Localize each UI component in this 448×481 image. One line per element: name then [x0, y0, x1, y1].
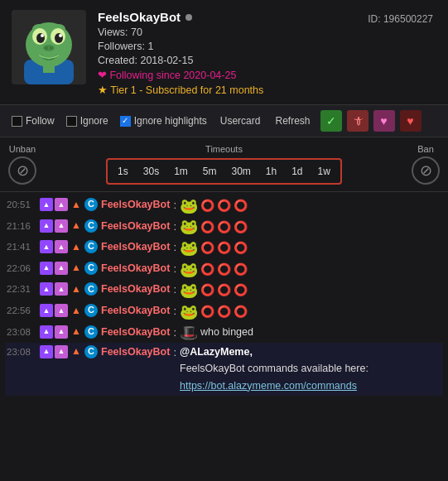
badge-c: C: [84, 304, 98, 317]
emote-circle2: ⭕: [217, 219, 231, 236]
timeout-5m[interactable]: 5m: [197, 163, 223, 180]
chat-link[interactable]: https://bot.alazymeme.com/commands: [180, 379, 357, 394]
chat-badges: ▲ ▲ ▲ C: [40, 240, 98, 253]
emote-circle1: ⭕: [200, 198, 214, 214]
chat-content: 🐸 ⭕ ⭕ ⭕: [180, 304, 248, 320]
timeout-1m[interactable]: 1m: [168, 163, 194, 180]
unban-section: Unban ⊘: [8, 144, 36, 185]
chat-username: FeelsOkayBot: [101, 198, 170, 213]
ban-icon-button[interactable]: ♥: [400, 110, 422, 132]
badge-tri: ▲: [70, 219, 83, 233]
emote-circle3: ⭕: [234, 198, 248, 214]
emote-circle2: ⭕: [217, 240, 231, 257]
profile-name: FeelsOkayBot: [98, 10, 263, 24]
badge-tri: ▲: [70, 198, 83, 211]
badge-tri: ▲: [70, 282, 83, 296]
ignore-highlights-label: Ignore highlights: [134, 115, 207, 127]
badge-tri: ▲: [70, 325, 83, 339]
emote-circle1: ⭕: [200, 304, 214, 320]
action-row: Unban ⊘ Timeouts 1s 30s 1m 5m 30m 1h 1d …: [0, 137, 448, 192]
ban-section: Ban ⊘: [412, 144, 440, 185]
timeout-30s[interactable]: 30s: [137, 163, 165, 180]
svg-point-12: [50, 46, 53, 50]
svg-rect-13: [43, 65, 55, 73]
badge-bits: ▲: [55, 262, 68, 275]
timeout-30m[interactable]: 30m: [225, 163, 256, 180]
chat-username: FeelsOkayBot: [101, 282, 170, 297]
emote-pepe: 🐸: [180, 262, 198, 277]
emote-circle1: ⭕: [200, 219, 214, 236]
emote-circle2: ⭕: [217, 304, 231, 320]
badge-sub: ▲: [40, 262, 53, 275]
chat-username: FeelsOkayBot: [101, 345, 170, 360]
follow-checkbox[interactable]: Follow: [8, 113, 58, 128]
timeout-1s[interactable]: 1s: [112, 163, 134, 180]
svg-point-11: [45, 46, 48, 50]
sword-icon-button[interactable]: 🗡: [347, 110, 369, 132]
follow-checkbox-box[interactable]: [12, 116, 22, 127]
emote-pepe: 🐸: [180, 199, 198, 214]
emote-circle3: ⭕: [234, 240, 248, 257]
timeout-1w[interactable]: 1w: [312, 163, 336, 180]
chat-username: FeelsOkayBot: [101, 219, 170, 234]
badge-sub: ▲: [40, 325, 53, 339]
emote-circle3: ⭕: [234, 219, 248, 236]
chat-content: 🎩 who binged: [180, 325, 253, 340]
ignore-checkbox[interactable]: Ignore: [63, 113, 112, 128]
chat-line: 21:16 ▲ ▲ ▲ C FeelsOkayBot : 🐸 ⭕ ⭕ ⭕: [5, 217, 443, 238]
chat-line: 23:08 ▲ ▲ ▲ C FeelsOkayBot : 🎩 who binge…: [5, 323, 443, 343]
emote-hat: 🎩: [180, 325, 198, 340]
chat-username: FeelsOkayBot: [101, 325, 170, 340]
badge-c: C: [84, 345, 98, 358]
chat-line: 22:56 ▲ ▲ ▲ C FeelsOkayBot : 🐸 ⭕ ⭕ ⭕: [5, 301, 443, 323]
timeouts-label: Timeouts: [205, 144, 243, 154]
emote-pepe: 🐸: [180, 219, 198, 234]
chat-log[interactable]: 20:51 ▲ ▲ ▲ C FeelsOkayBot : 🐸 ⭕ ⭕ ⭕ 21:…: [0, 192, 448, 399]
emote-pepe: 🐸: [180, 241, 198, 256]
chat-timestamp: 22:31: [7, 282, 36, 296]
heart-icon-button[interactable]: ♥: [373, 110, 395, 132]
chat-badges: ▲ ▲ ▲ C: [40, 198, 98, 211]
timeout-1h[interactable]: 1h: [260, 163, 282, 180]
badge-bits: ▲: [55, 282, 68, 296]
ignore-highlights-checkbox[interactable]: ✓ Ignore highlights: [117, 113, 210, 128]
ignore-checkbox-box[interactable]: [66, 116, 77, 127]
profile-following: ❤ Following since 2020-04-25: [98, 69, 263, 81]
emote-pepe: 🐸: [180, 305, 198, 320]
chat-timestamp: 21:41: [7, 240, 36, 253]
emote-pepe: 🐸: [180, 283, 198, 298]
chat-timestamp: 22:06: [7, 262, 36, 275]
badge-tri: ▲: [70, 345, 83, 358]
timeouts-section: Timeouts 1s 30s 1m 5m 30m 1h 1d 1w: [45, 144, 403, 185]
badge-tri: ▲: [70, 304, 83, 317]
chat-content: 🐸 ⭕ ⭕ ⭕: [180, 282, 248, 299]
ban-label: Ban: [417, 144, 434, 154]
ban-button[interactable]: ⊘: [412, 156, 440, 185]
emote-circle1: ⭕: [200, 240, 214, 257]
svg-point-8: [41, 34, 44, 37]
badge-bits: ▲: [55, 325, 68, 339]
badge-bits: ▲: [55, 198, 68, 211]
badge-tri: ▲: [70, 262, 83, 275]
profile-id: ID: 196500227: [368, 13, 433, 25]
ignore-highlights-checkbox-box[interactable]: ✓: [120, 116, 131, 127]
chat-content: 🐸 ⭕ ⭕ ⭕: [180, 262, 248, 278]
badge-sub: ▲: [40, 304, 53, 317]
badge-tri: ▲: [70, 240, 83, 253]
badge-sub: ▲: [40, 219, 53, 233]
emote-circle3: ⭕: [234, 304, 248, 320]
badge-bits: ▲: [55, 219, 68, 233]
emote-circle1: ⭕: [200, 282, 214, 299]
chat-badges: ▲ ▲ ▲ C: [40, 262, 98, 275]
refresh-button[interactable]: Refresh: [270, 113, 315, 128]
unban-button[interactable]: ⊘: [8, 156, 36, 185]
usercard-button[interactable]: Usercard: [215, 113, 266, 128]
badge-sub: ▲: [40, 345, 53, 358]
timeout-1d[interactable]: 1d: [286, 163, 308, 180]
approve-icon-button[interactable]: ✓: [320, 110, 342, 132]
chat-badges: ▲ ▲ ▲ C: [40, 219, 98, 233]
profile-tier: ★ Tier 1 - Subscribed for 21 months: [98, 84, 263, 96]
chat-line: 21:41 ▲ ▲ ▲ C FeelsOkayBot : 🐸 ⭕ ⭕ ⭕: [5, 238, 443, 259]
chat-timestamp: 22:56: [7, 304, 36, 317]
toolbar: Follow Ignore ✓ Ignore highlights Userca…: [0, 105, 448, 137]
